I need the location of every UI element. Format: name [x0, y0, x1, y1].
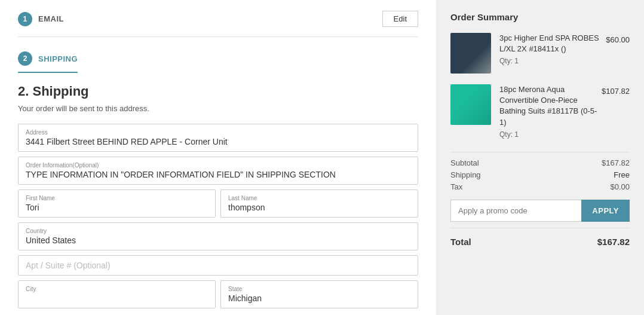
divider-2: [450, 228, 630, 228]
total-value: $167.82: [597, 237, 630, 247]
left-panel: 1 EMAIL Edit 2 SHIPPING 2. Shipping Your…: [0, 0, 436, 315]
order-info-label: Order Information(Optional): [26, 162, 410, 169]
name-row: First Name Last Name: [18, 189, 418, 218]
city-state-row: City State: [18, 280, 418, 308]
shipping-tab[interactable]: 2 SHIPPING: [18, 43, 78, 73]
state-input[interactable]: [228, 293, 410, 303]
country-field: Country United States: [18, 222, 418, 250]
address-input[interactable]: [26, 137, 410, 146]
product-image-2: [450, 84, 491, 125]
product-info-1: 3pc Higher End SPA ROBES L/XL 2X #18411x…: [499, 33, 630, 68]
product-qty-2: Qty: 1: [499, 130, 630, 139]
city-input[interactable]: [26, 293, 208, 303]
apt-field[interactable]: [18, 255, 418, 276]
subtotal-value: $167.82: [602, 158, 630, 167]
email-label: EMAIL: [38, 14, 64, 23]
order-summary-title: Order Summary: [450, 12, 630, 22]
state-label: State: [228, 286, 410, 292]
order-info-field[interactable]: Order Information(Optional): [18, 157, 418, 185]
product-price-2: $107.82: [602, 87, 630, 96]
product-qty-1: Qty: 1: [499, 57, 630, 65]
divider: [450, 152, 630, 152]
product-row-1: 3pc Higher End SPA ROBES L/XL 2X #18411x…: [499, 33, 630, 57]
shipping-label: Shipping: [450, 170, 481, 179]
shipping-title: 2. Shipping: [18, 84, 418, 99]
apply-promo-button[interactable]: APPLY: [581, 200, 630, 222]
state-field[interactable]: State: [220, 280, 418, 308]
last-name-field[interactable]: Last Name: [220, 189, 418, 218]
product-image-1: [450, 33, 491, 74]
first-name-input[interactable]: [26, 203, 208, 212]
list-item: 3pc Higher End SPA ROBES L/XL 2X #18411x…: [450, 33, 630, 74]
product-name-1: 3pc Higher End SPA ROBES L/XL 2X #18411x…: [499, 33, 606, 54]
promo-row: APPLY: [450, 200, 630, 222]
promo-input[interactable]: [450, 200, 581, 222]
subtotal-line: Subtotal $167.82: [450, 158, 630, 167]
country-label: Country: [26, 228, 410, 234]
email-step-label: 1 EMAIL: [18, 12, 64, 26]
city-label: City: [26, 286, 208, 292]
product-price-1: $60.00: [606, 35, 630, 44]
email-step-circle: 1: [18, 12, 32, 26]
tax-line: Tax $0.00: [450, 182, 630, 191]
address-field[interactable]: Address: [18, 124, 418, 152]
first-name-label: First Name: [26, 195, 208, 201]
total-line: Total $167.82: [450, 237, 630, 247]
city-field[interactable]: City: [18, 280, 216, 308]
tax-value: $0.00: [610, 182, 630, 191]
shipping-tab-label: SHIPPING: [38, 54, 78, 69]
list-item: 18pc Merona Aqua Convertible One-Piece B…: [450, 84, 630, 141]
total-label: Total: [450, 237, 471, 247]
tax-label: Tax: [450, 182, 462, 191]
first-name-field[interactable]: First Name: [18, 189, 216, 218]
product-row-2: 18pc Merona Aqua Convertible One-Piece B…: [499, 84, 630, 130]
shipping-value: Free: [614, 170, 630, 179]
last-name-input[interactable]: [228, 203, 410, 212]
product-name-2: 18pc Merona Aqua Convertible One-Piece B…: [499, 84, 602, 128]
right-panel: Order Summary 3pc Higher End SPA ROBES L…: [436, 0, 644, 315]
country-value: United States: [26, 236, 410, 245]
product-info-2: 18pc Merona Aqua Convertible One-Piece B…: [499, 84, 630, 141]
address-label: Address: [26, 129, 410, 136]
apt-input[interactable]: [26, 261, 410, 270]
shipping-subtitle: Your order will be sent to this address.: [18, 104, 418, 113]
email-section: 1 EMAIL Edit: [18, 0, 418, 37]
subtotal-label: Subtotal: [450, 158, 479, 167]
edit-button[interactable]: Edit: [382, 11, 418, 27]
last-name-label: Last Name: [228, 195, 410, 201]
shipping-step-circle: 2: [18, 51, 32, 66]
order-info-input[interactable]: [26, 170, 410, 179]
shipping-line: Shipping Free: [450, 170, 630, 179]
